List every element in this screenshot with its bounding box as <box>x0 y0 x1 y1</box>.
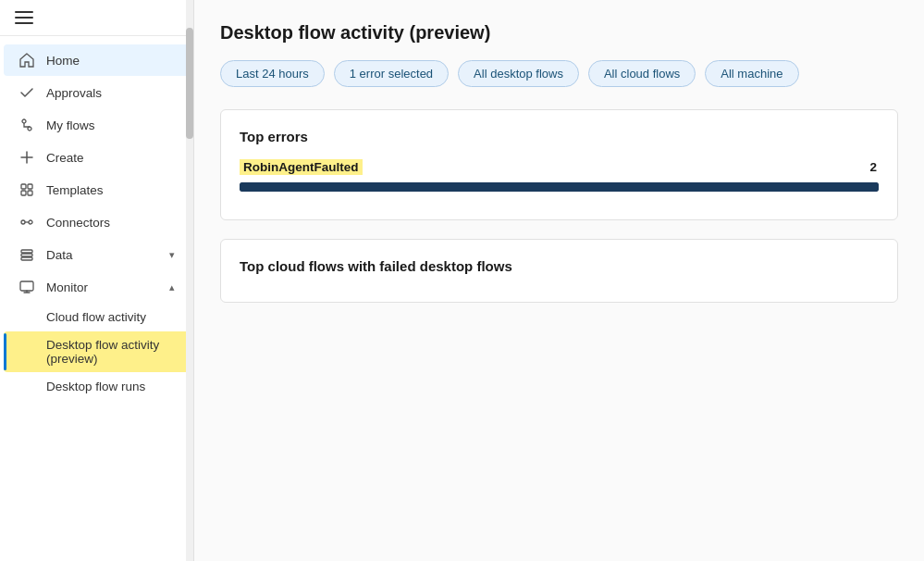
sidebar-sub-item-desktop-flow-activity[interactable]: Desktop flow activity (preview) <box>4 331 190 372</box>
top-errors-card: Top errors RobinAgentFaulted2 <box>220 109 898 220</box>
error-bar-fill-robin-agent-faulted <box>240 182 879 192</box>
sidebar-item-label-connectors: Connectors <box>46 216 175 230</box>
sidebar-scrollbar[interactable] <box>186 0 193 561</box>
sidebar-item-label-templates: Templates <box>46 183 175 197</box>
main-content-area: Desktop flow activity (preview) Last 24 … <box>194 0 924 561</box>
svg-rect-2 <box>21 184 26 189</box>
top-cloud-flows-card-title: Top cloud flows with failed desktop flow… <box>240 258 879 274</box>
sidebar-item-my-flows[interactable]: My flows <box>4 109 190 141</box>
svg-point-6 <box>21 220 25 224</box>
svg-point-7 <box>29 220 32 224</box>
sidebar-sub-item-label-desktop-flow-activity: Desktop flow activity (preview) <box>46 338 175 366</box>
sidebar-sub-item-cloud-flow-activity[interactable]: Cloud flow activity <box>4 304 190 330</box>
svg-rect-10 <box>21 257 32 260</box>
my-flows-icon <box>18 117 35 133</box>
sidebar-item-label-my-flows: My flows <box>46 118 175 132</box>
sidebar-item-monitor[interactable]: Monitor▴ <box>4 271 190 303</box>
svg-rect-5 <box>28 191 32 195</box>
top-cloud-flows-card: Top cloud flows with failed desktop flow… <box>220 239 898 303</box>
data-chevron-icon: ▾ <box>169 249 175 261</box>
hamburger-menu-button[interactable] <box>15 11 33 24</box>
filter-chip-desktop-flows[interactable]: All desktop flows <box>458 60 579 87</box>
top-errors-card-title: Top errors <box>240 129 879 144</box>
sidebar-sub-item-desktop-flow-runs[interactable]: Desktop flow runs <box>4 373 190 400</box>
sidebar-item-templates[interactable]: Templates <box>4 174 190 206</box>
filter-chip-cloud-flows[interactable]: All cloud flows <box>588 60 696 87</box>
sidebar-item-label-approvals: Approvals <box>46 86 175 100</box>
error-count-robin-agent-faulted: 2 <box>869 160 879 174</box>
data-icon <box>18 246 35 263</box>
main-scroll-area: Desktop flow activity (preview) Last 24 … <box>194 0 924 561</box>
svg-rect-11 <box>20 281 33 291</box>
error-label-robin-agent-faulted: RobinAgentFaulted <box>240 159 363 175</box>
svg-rect-3 <box>28 184 32 189</box>
approvals-icon <box>18 84 35 101</box>
filter-chip-error[interactable]: 1 error selected <box>334 60 449 87</box>
monitor-icon <box>18 279 35 295</box>
home-icon <box>18 52 35 69</box>
error-row-robin-agent-faulted: RobinAgentFaulted2 <box>240 159 879 175</box>
sidebar-nav: HomeApprovalsMy flowsCreateTemplatesConn… <box>0 36 193 561</box>
sidebar-item-home[interactable]: Home <box>4 44 190 76</box>
sidebar-header <box>0 0 193 36</box>
filter-chip-machines[interactable]: All machine <box>705 60 798 87</box>
sidebar: HomeApprovalsMy flowsCreateTemplatesConn… <box>0 0 194 561</box>
svg-point-0 <box>22 119 26 123</box>
sidebar-item-data[interactable]: Data▾ <box>4 239 190 270</box>
sidebar-item-label-monitor: Monitor <box>46 280 158 294</box>
create-icon <box>18 149 35 166</box>
templates-icon <box>18 181 35 198</box>
sidebar-scrollbar-thumb[interactable] <box>186 28 193 139</box>
page-title: Desktop flow activity (preview) <box>220 22 898 44</box>
sidebar-item-label-create: Create <box>46 151 175 165</box>
monitor-chevron-icon: ▴ <box>169 281 175 293</box>
sidebar-sub-item-label-cloud-flow-activity: Cloud flow activity <box>46 310 146 324</box>
sidebar-item-approvals[interactable]: Approvals <box>4 77 190 108</box>
connectors-icon <box>18 214 35 231</box>
sidebar-item-label-data: Data <box>46 248 158 262</box>
sidebar-item-label-home: Home <box>46 54 175 68</box>
svg-rect-8 <box>21 250 32 253</box>
filter-chip-time[interactable]: Last 24 hours <box>220 60 325 87</box>
svg-rect-4 <box>21 191 26 195</box>
error-list: RobinAgentFaulted2 <box>240 159 879 192</box>
sidebar-item-connectors[interactable]: Connectors <box>4 206 190 238</box>
svg-rect-9 <box>21 254 32 256</box>
sidebar-item-create[interactable]: Create <box>4 142 190 173</box>
filter-chips-container: Last 24 hours1 error selectedAll desktop… <box>220 60 898 87</box>
sidebar-sub-item-label-desktop-flow-runs: Desktop flow runs <box>46 380 145 393</box>
error-bar-robin-agent-faulted <box>240 182 879 192</box>
